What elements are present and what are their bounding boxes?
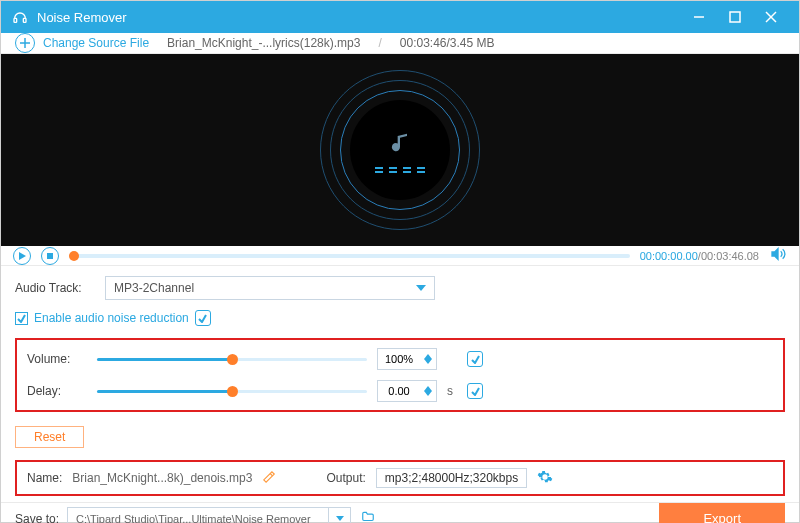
maximize-button[interactable] bbox=[717, 1, 753, 33]
play-button[interactable] bbox=[13, 247, 31, 265]
noise-reduction-row: Enable audio noise reduction bbox=[15, 310, 785, 326]
stepper-down-icon[interactable] bbox=[424, 391, 432, 396]
delay-row: Delay: s bbox=[27, 380, 773, 402]
svg-rect-3 bbox=[730, 12, 740, 22]
source-separator: / bbox=[378, 36, 381, 50]
app-title: Noise Remover bbox=[37, 10, 681, 25]
delay-value[interactable] bbox=[382, 385, 416, 397]
noise-settings-icon[interactable] bbox=[195, 310, 211, 326]
output-format-value: mp3;2;48000Hz;320kbps bbox=[385, 471, 518, 485]
output-format-box[interactable]: mp3;2;48000Hz;320kbps bbox=[376, 468, 527, 488]
save-path-box: C:\Tipard Studio\Tipar...Ultimate\Noise … bbox=[67, 507, 351, 524]
volume-row: Volume: bbox=[27, 348, 773, 370]
close-button[interactable] bbox=[753, 1, 789, 33]
reset-row: Reset bbox=[15, 422, 785, 450]
app-window: Noise Remover Change Source File Brian_M… bbox=[0, 0, 800, 523]
export-button[interactable]: Export bbox=[659, 503, 785, 523]
equalizer-icon bbox=[375, 167, 425, 173]
time-total: 00:03:46.08 bbox=[701, 250, 759, 262]
titlebar: Noise Remover bbox=[1, 1, 799, 33]
stepper-down-icon[interactable] bbox=[424, 359, 432, 364]
play-bar: 00:00:00.00/00:03:46.08 bbox=[1, 246, 799, 266]
save-path-dropdown[interactable] bbox=[328, 508, 350, 524]
delay-reset-icon[interactable] bbox=[467, 383, 483, 399]
svg-rect-1 bbox=[23, 18, 26, 22]
adjust-group-highlight: Volume: Delay: bbox=[15, 338, 785, 412]
delay-label: Delay: bbox=[27, 384, 87, 398]
time-current: 00:00:00.00 bbox=[640, 250, 698, 262]
chevron-down-icon bbox=[416, 285, 426, 291]
audio-track-label: Audio Track: bbox=[15, 281, 95, 295]
footer-bar: Save to: C:\Tipard Studio\Tipar...Ultima… bbox=[1, 502, 799, 523]
noise-reduction-checkbox[interactable] bbox=[15, 312, 28, 325]
source-bar: Change Source File Brian_McKnight_-...ly… bbox=[1, 33, 799, 54]
plus-icon bbox=[15, 33, 35, 53]
controls-panel: Audio Track: MP3-2Channel Enable audio n… bbox=[1, 266, 799, 502]
audio-track-value: MP3-2Channel bbox=[114, 281, 194, 295]
change-source-label: Change Source File bbox=[43, 36, 149, 50]
output-label: Output: bbox=[326, 471, 365, 485]
name-value: Brian_McKnight...8k)_denois.mp3 bbox=[72, 471, 252, 485]
volume-slider[interactable] bbox=[97, 358, 367, 361]
svg-marker-10 bbox=[772, 249, 778, 260]
output-group-highlight: Name: Brian_McKnight...8k)_denois.mp3 Ou… bbox=[15, 460, 785, 496]
volume-input[interactable] bbox=[377, 348, 437, 370]
svg-rect-9 bbox=[47, 253, 53, 259]
save-path-value: C:\Tipard Studio\Tipar...Ultimate\Noise … bbox=[68, 513, 328, 524]
svg-marker-13 bbox=[424, 359, 432, 364]
app-logo-icon bbox=[11, 8, 29, 26]
noise-reduction-label: Enable audio noise reduction bbox=[34, 311, 189, 325]
open-folder-icon[interactable] bbox=[359, 510, 377, 523]
volume-icon[interactable] bbox=[769, 246, 787, 265]
volume-label: Volume: bbox=[27, 352, 87, 366]
save-to-label: Save to: bbox=[15, 512, 59, 524]
audio-track-row: Audio Track: MP3-2Channel bbox=[15, 276, 785, 300]
change-source-button[interactable]: Change Source File bbox=[15, 33, 149, 53]
volume-value[interactable] bbox=[382, 353, 416, 365]
audio-visual-icon bbox=[315, 65, 485, 235]
source-filename: Brian_McKnight_-...lyrics(128k).mp3 bbox=[167, 36, 360, 50]
stop-button[interactable] bbox=[41, 247, 59, 265]
reset-button[interactable]: Reset bbox=[15, 426, 84, 448]
timecode: 00:00:00.00/00:03:46.08 bbox=[640, 250, 759, 262]
svg-marker-15 bbox=[424, 391, 432, 396]
delay-input[interactable] bbox=[377, 380, 437, 402]
svg-rect-0 bbox=[14, 18, 17, 22]
svg-marker-16 bbox=[336, 516, 344, 521]
source-duration-size: 00:03:46/3.45 MB bbox=[400, 36, 495, 50]
audio-track-select[interactable]: MP3-2Channel bbox=[105, 276, 435, 300]
timeline-slider[interactable] bbox=[69, 254, 630, 258]
edit-name-icon[interactable] bbox=[262, 470, 276, 487]
name-label: Name: bbox=[27, 471, 62, 485]
audio-preview bbox=[1, 54, 799, 246]
delay-slider[interactable] bbox=[97, 390, 367, 393]
output-settings-icon[interactable] bbox=[537, 469, 553, 488]
svg-marker-11 bbox=[416, 285, 426, 291]
minimize-button[interactable] bbox=[681, 1, 717, 33]
delay-unit: s bbox=[447, 384, 457, 398]
svg-marker-8 bbox=[19, 252, 26, 260]
volume-reset-icon[interactable] bbox=[467, 351, 483, 367]
